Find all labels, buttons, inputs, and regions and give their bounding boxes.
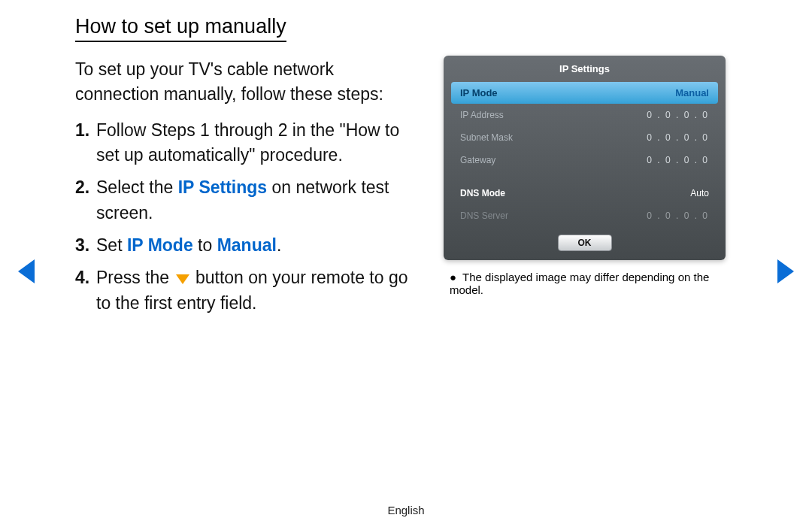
row-value: 0 . 0 . 0 . 0 xyxy=(647,132,709,143)
disclaimer-content: The displayed image may differ depending… xyxy=(450,271,709,296)
row-label: IP Address xyxy=(460,110,504,120)
step-text: Follow Steps 1 through 2 in the "How to … xyxy=(96,118,421,168)
row-label: IP Mode xyxy=(460,87,498,98)
row-value: 0 . 0 . 0 . 0 xyxy=(647,155,709,165)
page-title: How to set up manually xyxy=(75,15,286,42)
down-arrow-icon xyxy=(176,274,189,284)
ip-mode-row[interactable]: IP Mode Manual xyxy=(451,82,718,104)
dns-server-row: DNS Server 0 . 0 . 0 . 0 xyxy=(444,204,726,227)
text-fragment: Press the xyxy=(96,268,174,287)
step-text: Press the button on your remote to go to… xyxy=(96,265,421,316)
intro-text: To set up your TV's cable network connec… xyxy=(75,57,421,108)
text-fragment: Select the xyxy=(96,177,178,197)
row-label: Subnet Mask xyxy=(460,132,513,143)
text-fragment: . xyxy=(277,235,281,255)
step-1: 1. Follow Steps 1 through 2 in the "How … xyxy=(75,118,421,168)
highlight-manual: Manual xyxy=(217,235,277,255)
row-label: DNS Server xyxy=(460,210,508,221)
text-fragment: Set xyxy=(96,235,127,255)
row-label: DNS Mode xyxy=(460,188,505,198)
text-fragment: to xyxy=(193,235,217,255)
step-text: Select the IP Settings on network test s… xyxy=(96,175,421,226)
highlight-ip-mode: IP Mode xyxy=(127,235,193,255)
ip-settings-panel: IP Settings IP Mode Manual IP Address 0 … xyxy=(444,56,726,260)
step-2: 2. Select the IP Settings on network tes… xyxy=(75,175,421,226)
step-number: 1. xyxy=(75,118,96,168)
step-number: 4. xyxy=(75,265,96,316)
next-page-arrow[interactable] xyxy=(777,259,794,283)
row-label: Gateway xyxy=(460,155,495,165)
step-4: 4. Press the button on your remote to go… xyxy=(75,265,421,316)
row-value: Auto xyxy=(690,188,709,198)
footer-language: English xyxy=(0,504,812,516)
row-value: 0 . 0 . 0 . 0 xyxy=(647,110,709,120)
step-3: 3. Set IP Mode to Manual. xyxy=(75,233,421,258)
row-value: Manual xyxy=(675,87,709,98)
panel-title: IP Settings xyxy=(444,56,726,82)
dns-mode-row[interactable]: DNS Mode Auto xyxy=(444,182,726,204)
disclaimer-text: ●The displayed image may differ dependin… xyxy=(444,271,737,296)
subnet-mask-row[interactable]: Subnet Mask 0 . 0 . 0 . 0 xyxy=(444,126,726,149)
step-text: Set IP Mode to Manual. xyxy=(96,233,421,258)
prev-page-arrow[interactable] xyxy=(18,259,35,283)
bullet-icon: ● xyxy=(450,271,456,283)
gateway-row[interactable]: Gateway 0 . 0 . 0 . 0 xyxy=(444,149,726,171)
row-value: 0 . 0 . 0 . 0 xyxy=(647,210,709,221)
step-number: 2. xyxy=(75,175,96,226)
ip-address-row[interactable]: IP Address 0 . 0 . 0 . 0 xyxy=(444,104,726,126)
step-number: 3. xyxy=(75,233,96,258)
ok-button[interactable]: OK xyxy=(558,235,612,251)
highlight-ip-settings: IP Settings xyxy=(178,177,267,197)
instruction-column: To set up your TV's cable network connec… xyxy=(75,51,421,323)
